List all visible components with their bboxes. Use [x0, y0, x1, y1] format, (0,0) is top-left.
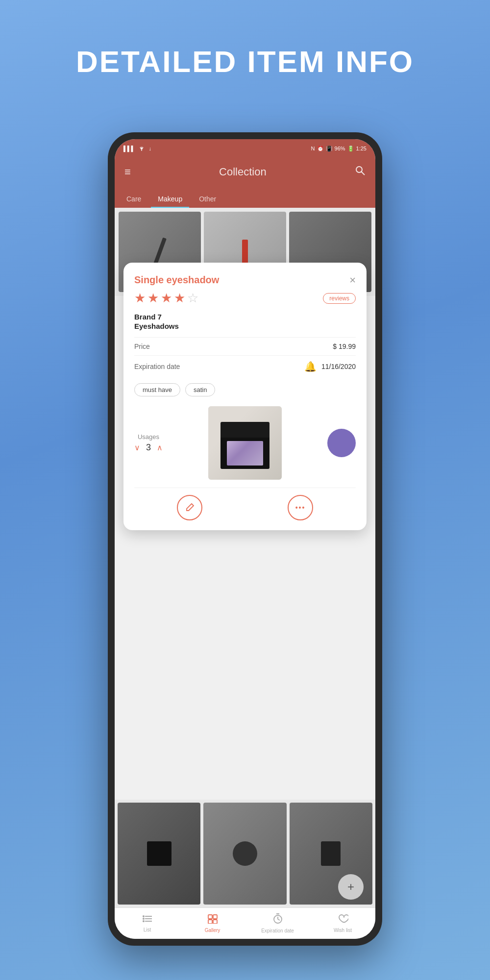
battery-percent: 96%	[335, 146, 345, 151]
phone-screen: ▌▌▌ ↓ N ⏰ 📳 96% 🔋 1:25	[115, 139, 375, 939]
color-swatch[interactable]	[327, 429, 356, 457]
usages-count: 3	[146, 442, 151, 453]
nav-expiry[interactable]: Expiration date	[245, 913, 310, 933]
tag-satin[interactable]: satin	[185, 383, 215, 396]
expiry-icon	[273, 913, 283, 927]
status-left: ▌▌▌ ↓	[123, 145, 151, 152]
item-detail-modal: Single eyeshadow × ★ ★ ★ ★ ☆ reviews Bra…	[123, 263, 367, 530]
star-1[interactable]: ★	[134, 291, 146, 306]
tags-row: must have satin	[134, 377, 356, 401]
phone-frame: ▌▌▌ ↓ N ⏰ 📳 96% 🔋 1:25	[108, 132, 382, 946]
list-icon	[143, 914, 152, 926]
more-button[interactable]: •••	[288, 495, 313, 520]
app-bar: ≡ Collection	[115, 158, 375, 186]
svg-rect-11	[208, 920, 212, 924]
nav-list[interactable]: List	[115, 914, 180, 932]
nfc-icon: N	[311, 146, 315, 151]
bottom-cell-1[interactable]	[118, 803, 200, 905]
fab-add-button[interactable]: +	[338, 874, 364, 900]
svg-rect-10	[213, 915, 217, 919]
nav-wishlist[interactable]: Wish list	[310, 914, 375, 933]
star-2[interactable]: ★	[147, 291, 159, 306]
time-display: 1:25	[356, 146, 367, 151]
wishlist-icon	[338, 914, 348, 926]
price-row: Price $ 19.99	[134, 337, 356, 355]
expiry-label: Expiration date	[134, 363, 180, 370]
svg-point-8	[143, 921, 144, 922]
expiry-right: 🔔 11/16/2020	[304, 361, 356, 372]
wifi-icon	[138, 145, 146, 152]
modal-title: Single eyeshadow	[134, 274, 219, 286]
app-bar-title: Collection	[219, 166, 267, 178]
battery-icon: 🔋	[347, 146, 354, 152]
star-5[interactable]: ☆	[187, 291, 198, 306]
price-value: $ 19.99	[333, 343, 356, 350]
tab-care[interactable]: Care	[120, 191, 148, 208]
star-3[interactable]: ★	[161, 291, 172, 306]
tab-makeup[interactable]: Makeup	[151, 191, 189, 208]
content-row: Usages ∨ 3 ∧	[134, 401, 356, 485]
usages-controls: ∨ 3 ∧	[134, 442, 163, 453]
tag-must-have[interactable]: must have	[134, 383, 180, 396]
usages-block: Usages ∨ 3 ∧	[134, 433, 163, 453]
nav-gallery[interactable]: Gallery	[180, 914, 245, 933]
nav-wishlist-label: Wish list	[334, 928, 352, 933]
svg-rect-9	[208, 915, 212, 919]
nav-expiry-label: Expiration date	[261, 928, 294, 933]
rating-row: ★ ★ ★ ★ ☆ reviews	[134, 291, 356, 306]
nav-list-label: List	[144, 927, 151, 932]
usages-label: Usages	[138, 433, 159, 441]
alarm-icon: ⏰	[317, 146, 324, 152]
nav-gallery-label: Gallery	[205, 928, 220, 933]
brand-label: Brand 7	[134, 313, 356, 321]
svg-rect-12	[213, 920, 217, 924]
vibrate-icon: 📳	[326, 146, 333, 152]
edit-button[interactable]	[177, 495, 202, 520]
usages-decrease[interactable]: ∨	[134, 443, 140, 452]
page-title: DETAILED ITEM INFO	[0, 44, 490, 79]
reviews-badge[interactable]: reviews	[323, 293, 356, 304]
bell-icon[interactable]: 🔔	[304, 361, 317, 372]
svg-point-6	[143, 916, 144, 917]
fab-plus-icon: +	[347, 880, 354, 894]
close-button[interactable]: ×	[349, 275, 356, 286]
product-image[interactable]	[208, 406, 282, 480]
status-right: N ⏰ 📳 96% 🔋 1:25	[311, 146, 367, 152]
bottom-cell-2[interactable]	[203, 803, 286, 905]
bottom-nav: List Gallery	[115, 907, 375, 939]
tab-other[interactable]: Other	[192, 191, 223, 208]
stars: ★ ★ ★ ★ ☆	[134, 291, 198, 306]
menu-icon[interactable]: ≡	[124, 166, 131, 178]
star-4[interactable]: ★	[174, 291, 185, 306]
svg-point-1	[356, 167, 362, 172]
svg-line-2	[361, 172, 365, 175]
svg-point-0	[141, 150, 142, 151]
tab-bar: Care Makeup Other	[115, 186, 375, 208]
search-icon[interactable]	[355, 165, 366, 179]
svg-point-7	[143, 918, 144, 919]
expiry-row: Expiration date 🔔 11/16/2020	[134, 355, 356, 377]
usages-increase[interactable]: ∧	[157, 443, 163, 452]
expiry-value: 11/16/2020	[321, 363, 356, 370]
signal-icon: ▌▌▌	[123, 146, 135, 151]
gallery-icon	[207, 914, 218, 926]
modal-footer: •••	[134, 488, 356, 520]
status-bar: ▌▌▌ ↓ N ⏰ 📳 96% 🔋 1:25	[115, 139, 375, 158]
svg-line-15	[278, 919, 280, 920]
modal-header: Single eyeshadow ×	[134, 274, 356, 286]
bottom-grid	[115, 800, 375, 907]
price-label: Price	[134, 343, 150, 350]
download-icon: ↓	[148, 146, 151, 151]
category-label: Eyeshadows	[134, 322, 356, 330]
